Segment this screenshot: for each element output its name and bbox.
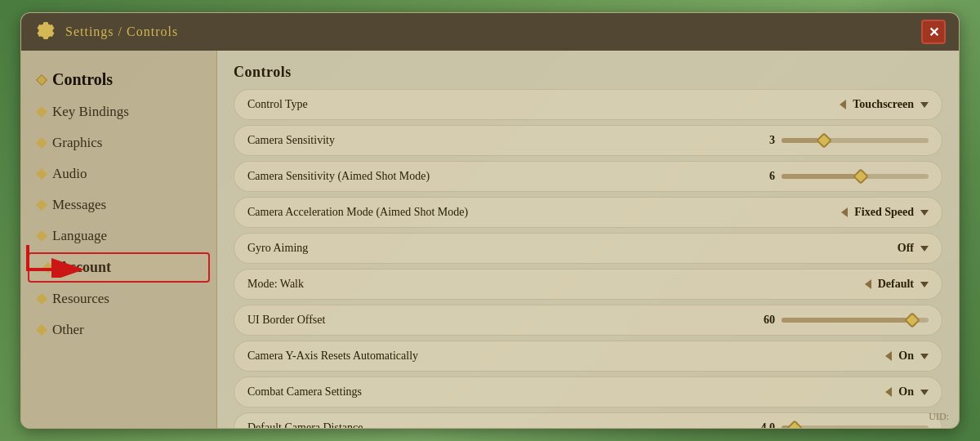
slider-fill bbox=[782, 318, 906, 323]
setting-control: On bbox=[476, 350, 929, 363]
diamond-icon bbox=[36, 199, 47, 211]
close-button[interactable]: ✕ bbox=[921, 20, 946, 44]
slider-track[interactable] bbox=[782, 138, 929, 143]
slider-track[interactable] bbox=[782, 174, 929, 179]
sidebar-label-graphics: Graphics bbox=[52, 135, 102, 151]
chevron-down-icon bbox=[920, 246, 929, 252]
uid-label: UID: bbox=[929, 411, 949, 422]
settings-list: Control Type Touchscreen Camera Sensitiv… bbox=[234, 89, 942, 428]
slider-track[interactable] bbox=[782, 318, 929, 323]
setting-control: Fixed Speed bbox=[476, 206, 929, 219]
dropdown-value: Touchscreen bbox=[853, 98, 914, 111]
dropdown-value: Off bbox=[898, 242, 914, 255]
slider-fill bbox=[782, 138, 818, 143]
uid-bar: UID: bbox=[929, 411, 949, 423]
sidebar-label-resources: Resources bbox=[52, 291, 109, 307]
dropdown-control[interactable]: Off bbox=[898, 242, 929, 255]
sidebar-label-key-bindings: Key Bindings bbox=[52, 104, 129, 120]
dropdown-control[interactable]: Fixed Speed bbox=[854, 206, 929, 219]
slider-thumb[interactable] bbox=[786, 420, 803, 428]
setting-control: 6 bbox=[476, 170, 929, 183]
content-area: Controls Key Bindings Graphics Audio Mes… bbox=[21, 51, 959, 428]
red-arrow bbox=[21, 237, 93, 278]
sidebar-item-graphics[interactable]: Graphics bbox=[21, 128, 216, 158]
sidebar-item-key-bindings[interactable]: Key Bindings bbox=[21, 97, 216, 127]
dropdown-control[interactable]: On bbox=[898, 350, 929, 363]
slider-track[interactable] bbox=[782, 425, 929, 428]
sidebar-label-messages: Messages bbox=[52, 197, 106, 213]
dropdown-value: Fixed Speed bbox=[854, 206, 914, 219]
setting-label: Default Camera Distance bbox=[247, 421, 476, 428]
setting-control: Touchscreen bbox=[476, 98, 929, 111]
chevron-down-icon bbox=[920, 354, 929, 359]
sidebar-item-audio[interactable]: Audio bbox=[21, 159, 216, 189]
settings-panel: Settings / Controls ✕ Controls bbox=[20, 12, 960, 429]
diamond-icon bbox=[36, 137, 47, 149]
setting-row-camera-y-axis: Camera Y-Axis Resets Automatically On bbox=[234, 341, 942, 372]
diamond-icon bbox=[36, 74, 47, 85]
chevron-down-icon bbox=[920, 102, 929, 108]
left-arrow-icon[interactable] bbox=[865, 279, 871, 289]
title-bar-left: Settings / Controls bbox=[34, 20, 178, 43]
sidebar-label-controls: Controls bbox=[52, 70, 113, 89]
main-content: Controls Control Type Touchscreen C bbox=[217, 51, 959, 428]
setting-label: Gyro Aiming bbox=[247, 242, 476, 255]
setting-row-camera-sensitivity: Camera Sensitivity 3 bbox=[234, 125, 942, 156]
sidebar-label-audio: Audio bbox=[52, 166, 87, 182]
setting-control: On bbox=[476, 385, 929, 399]
slider-value: 3 bbox=[751, 134, 775, 147]
setting-label: Combat Camera Settings bbox=[247, 385, 476, 399]
left-arrow-icon[interactable] bbox=[885, 387, 892, 397]
diamond-icon bbox=[36, 293, 47, 305]
setting-label: Camera Sensitivity (Aimed Shot Mode) bbox=[247, 170, 476, 183]
left-arrow-icon[interactable] bbox=[885, 351, 892, 361]
setting-row-combat-camera: Combat Camera Settings On bbox=[234, 376, 942, 408]
setting-control: 60 bbox=[476, 314, 929, 327]
dropdown-value: On bbox=[898, 385, 914, 399]
diamond-icon bbox=[36, 168, 47, 180]
sidebar-item-controls[interactable]: Controls bbox=[21, 64, 216, 96]
setting-control: Default bbox=[476, 278, 929, 291]
sidebar-item-resources[interactable]: Resources bbox=[21, 284, 216, 314]
chevron-down-icon bbox=[920, 390, 929, 395]
slider-thumb[interactable] bbox=[904, 312, 920, 328]
sidebar-item-messages[interactable]: Messages bbox=[21, 190, 216, 220]
slider-thumb[interactable] bbox=[816, 132, 832, 149]
slider-value: 60 bbox=[751, 314, 775, 327]
setting-row-camera-acceleration: Camera Acceleration Mode (Aimed Shot Mod… bbox=[234, 197, 942, 228]
setting-row-mode-walk: Mode: Walk Default bbox=[234, 269, 942, 300]
dropdown-control[interactable]: On bbox=[898, 385, 929, 399]
sidebar-label-other: Other bbox=[52, 322, 84, 338]
left-arrow-icon[interactable] bbox=[841, 207, 848, 217]
title-bar: Settings / Controls ✕ bbox=[21, 13, 959, 51]
slider-value: 6 bbox=[751, 170, 775, 183]
slider-thumb[interactable] bbox=[853, 168, 869, 185]
section-title: Controls bbox=[234, 64, 942, 81]
setting-label: UI Border Offset bbox=[247, 314, 476, 327]
gear-icon bbox=[34, 20, 57, 43]
setting-label: Camera Y-Axis Resets Automatically bbox=[247, 350, 476, 363]
setting-row-camera-sensitivity-aimed: Camera Sensitivity (Aimed Shot Mode) 6 bbox=[234, 161, 942, 192]
left-arrow-icon[interactable] bbox=[840, 100, 846, 109]
dropdown-control[interactable]: Touchscreen bbox=[853, 98, 929, 111]
diamond-icon bbox=[36, 324, 47, 336]
sidebar-item-other[interactable]: Other bbox=[21, 315, 216, 345]
setting-label: Control Type bbox=[247, 98, 476, 111]
slider-fill bbox=[782, 174, 855, 179]
dropdown-value: On bbox=[898, 350, 914, 363]
slider-value: 4.0 bbox=[751, 421, 775, 428]
setting-row-default-camera-distance: Default Camera Distance 4.0 bbox=[234, 412, 942, 428]
setting-label: Camera Acceleration Mode (Aimed Shot Mod… bbox=[247, 206, 476, 219]
setting-control: 4.0 bbox=[476, 421, 929, 428]
dropdown-value: Default bbox=[878, 278, 914, 291]
setting-row-control-type: Control Type Touchscreen bbox=[234, 89, 942, 120]
sidebar: Controls Key Bindings Graphics Audio Mes… bbox=[21, 51, 217, 428]
chevron-down-icon bbox=[920, 282, 929, 287]
setting-control: Off bbox=[476, 242, 929, 255]
setting-control: 3 bbox=[476, 134, 929, 147]
diamond-icon bbox=[36, 106, 47, 118]
dropdown-control[interactable]: Default bbox=[878, 278, 929, 291]
setting-label: Camera Sensitivity bbox=[247, 134, 476, 147]
setting-row-gyro-aiming: Gyro Aiming Off bbox=[234, 233, 942, 264]
page-title: Settings / Controls bbox=[65, 24, 178, 39]
